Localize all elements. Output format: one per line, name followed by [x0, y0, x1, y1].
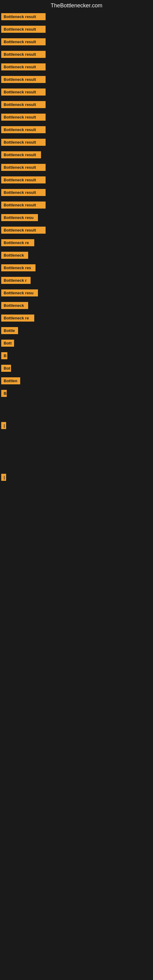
bottleneck-result-bar: Bottleneck: [1, 302, 28, 309]
bottleneck-result-bar: Bottleneck result: [1, 13, 46, 20]
list-item: Bottleneck re: [0, 237, 153, 249]
bottleneck-result-bar: Bottleneck result: [1, 101, 46, 108]
bottleneck-result-bar: Bottlen: [1, 377, 20, 384]
list-item: Bottleneck result: [0, 62, 153, 73]
list-item: Bot: [0, 363, 153, 375]
bottleneck-result-bar: |: [1, 422, 6, 429]
bottleneck-result-bar: Bottleneck result: [1, 89, 46, 95]
bottleneck-result-bar: Bottleneck resu: [1, 290, 38, 296]
list-item: [0, 401, 153, 410]
bottleneck-result-bar: Bottleneck result: [1, 76, 46, 83]
list-item: Bottleneck result: [0, 49, 153, 61]
bottleneck-result-bar: Bottleneck resu: [1, 214, 38, 221]
list-item: Bottleneck resu: [0, 288, 153, 299]
list-item: Bottleneck result: [0, 175, 153, 186]
list-item: Bottleneck result: [0, 74, 153, 86]
list-item: [0, 452, 153, 461]
list-item: Bottleneck re: [0, 313, 153, 325]
list-item: Bottleneck result: [0, 24, 153, 36]
bottleneck-result-bar: Bott: [1, 340, 14, 347]
list-item: B: [0, 388, 153, 400]
list-item: Bottleneck: [0, 250, 153, 262]
bottleneck-result-bar: Bottleneck result: [1, 151, 41, 158]
bottleneck-result-bar: Bottleneck result: [1, 64, 46, 70]
bottleneck-result-bar: B: [1, 390, 7, 397]
bottleneck-result-bar: Bottleneck result: [1, 51, 46, 58]
list-item: Bottleneck result: [0, 137, 153, 149]
list-item: Bott: [0, 338, 153, 350]
list-item: Bottleneck res: [0, 262, 153, 274]
bottleneck-result-bar: Bottleneck result: [1, 114, 46, 121]
bottleneck-result-bar: Bottleneck result: [1, 177, 46, 183]
bars-container: Bottleneck resultBottleneck resultBottle…: [0, 11, 153, 484]
list-item: Bottleneck result: [0, 99, 153, 111]
bottleneck-result-bar: |: [1, 474, 6, 481]
list-item: Bottleneck result: [0, 150, 153, 161]
list-item: Bottleneck r: [0, 275, 153, 287]
bottleneck-result-bar: Bottleneck re: [1, 239, 34, 246]
bottleneck-result-bar: Bottleneck result: [1, 38, 46, 45]
bottleneck-result-bar: Bottleneck result: [1, 202, 46, 208]
bottleneck-result-bar: Bottleneck result: [1, 26, 46, 33]
bottleneck-result-bar: Bottleneck r: [1, 277, 30, 284]
list-item: Bottleneck result: [0, 187, 153, 199]
bottleneck-result-bar: Bottleneck res: [1, 264, 35, 271]
list-item: Bottleneck result: [0, 225, 153, 237]
list-item: Bottleneck result: [0, 87, 153, 99]
list-item: Bottleneck result: [0, 112, 153, 124]
list-item: |: [0, 420, 153, 432]
bottleneck-result-bar: Bottleneck re: [1, 315, 34, 321]
list-item: [0, 462, 153, 471]
list-item: Bottleneck: [0, 300, 153, 312]
list-item: Bottleneck result: [0, 124, 153, 136]
bottleneck-result-bar: Bottle: [1, 327, 18, 334]
list-item: Bottle: [0, 325, 153, 337]
bottleneck-result-bar: Bottleneck result: [1, 139, 46, 146]
bottleneck-result-bar: B: [1, 352, 7, 359]
list-item: Bottlen: [0, 375, 153, 387]
list-item: Bottleneck resu: [0, 212, 153, 224]
list-item: [0, 410, 153, 420]
list-item: |: [0, 472, 153, 484]
list-item: [0, 442, 153, 452]
bottleneck-result-bar: Bottleneck result: [1, 227, 46, 234]
bottleneck-result-bar: Bottleneck result: [1, 189, 46, 196]
list-item: B: [0, 350, 153, 362]
site-title: TheBottlenecker.com: [0, 0, 153, 11]
list-item: Bottleneck result: [0, 37, 153, 48]
bottleneck-result-bar: Bottleneck: [1, 252, 28, 259]
list-item: [0, 433, 153, 442]
list-item: Bottleneck result: [0, 11, 153, 23]
bottleneck-result-bar: Bottleneck result: [1, 126, 46, 133]
list-item: Bottleneck result: [0, 200, 153, 212]
bottleneck-result-bar: Bot: [1, 365, 11, 372]
list-item: Bottleneck result: [0, 162, 153, 174]
bottleneck-result-bar: Bottleneck result: [1, 164, 46, 171]
